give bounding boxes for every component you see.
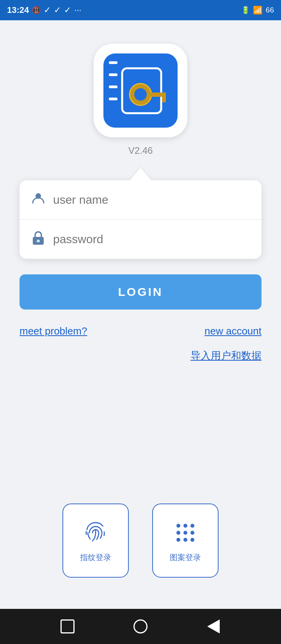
import-row: 导入用户和数据 — [20, 349, 261, 363]
svg-point-14 — [190, 531, 194, 535]
svg-point-12 — [176, 531, 180, 535]
links-row: meet problem? new account — [20, 325, 261, 337]
nav-square-icon — [60, 619, 75, 633]
login-button[interactable]: LOGIN — [20, 274, 261, 310]
check-icon-1: ✓ — [44, 5, 51, 15]
nav-triangle-icon — [207, 619, 220, 633]
import-link[interactable]: 导入用户和数据 — [190, 349, 261, 363]
nav-back-button[interactable] — [205, 618, 222, 635]
pattern-button[interactable]: 图案登录 — [152, 503, 219, 578]
svg-rect-4 — [162, 97, 166, 102]
key-icon — [115, 65, 166, 116]
pattern-icon — [171, 519, 199, 547]
password-row — [20, 220, 261, 259]
login-card — [20, 180, 261, 259]
password-input[interactable] — [53, 233, 250, 246]
lock-icon — [31, 231, 45, 248]
notebook-line-3 — [109, 85, 117, 88]
svg-point-2 — [134, 88, 147, 101]
svg-point-16 — [183, 538, 187, 542]
svg-point-10 — [183, 524, 187, 528]
check-icon-2: ✓ — [54, 5, 61, 15]
bottom-nav-bar — [0, 609, 281, 644]
check-icon-3: ✓ — [64, 5, 71, 15]
fingerprint-label: 指纹登录 — [80, 552, 111, 563]
svg-point-11 — [190, 524, 194, 528]
nav-circle-icon — [133, 619, 148, 633]
card-pointer — [130, 168, 151, 180]
status-time: 13:24 — [7, 5, 29, 15]
notebook-lines — [109, 61, 117, 100]
app-icon-container — [94, 44, 187, 137]
battery-level: 66 — [266, 6, 274, 14]
svg-rect-3 — [149, 93, 166, 97]
notebook-line-4 — [109, 98, 117, 100]
status-right: 🔋 📶 66 — [241, 5, 274, 15]
username-row — [20, 180, 261, 220]
signal-icon: 📵 — [32, 6, 41, 14]
app-icon-inner — [103, 53, 178, 128]
nav-square-button[interactable] — [59, 618, 76, 635]
nav-home-button[interactable] — [132, 618, 149, 635]
svg-point-9 — [176, 524, 180, 528]
main-content: V2.46 — [0, 20, 281, 609]
wifi-icon: 📶 — [253, 5, 263, 15]
new-account-link[interactable]: new account — [205, 325, 261, 337]
svg-point-15 — [176, 538, 180, 542]
meet-problem-link[interactable]: meet problem? — [20, 325, 87, 337]
fingerprint-icon — [82, 519, 110, 547]
notebook-line-2 — [109, 73, 117, 76]
notebook-line-1 — [109, 61, 117, 64]
status-bar: 13:24 📵 ✓ ✓ ✓ ··· 🔋 📶 66 — [0, 0, 281, 20]
auth-buttons: 指纹登录 图案登录 — [62, 488, 219, 578]
fingerprint-button[interactable]: 指纹登录 — [62, 503, 129, 578]
login-card-wrapper — [20, 168, 261, 259]
version-text: V2.46 — [128, 145, 153, 156]
person-icon — [31, 191, 45, 208]
svg-point-13 — [183, 531, 187, 535]
battery-icon: 🔋 — [241, 6, 250, 14]
pattern-label: 图案登录 — [170, 552, 201, 563]
svg-point-17 — [190, 538, 194, 542]
status-left: 13:24 📵 ✓ ✓ ✓ ··· — [7, 5, 82, 15]
username-input[interactable] — [53, 193, 250, 206]
more-icon: ··· — [74, 5, 81, 15]
svg-rect-8 — [37, 240, 40, 242]
